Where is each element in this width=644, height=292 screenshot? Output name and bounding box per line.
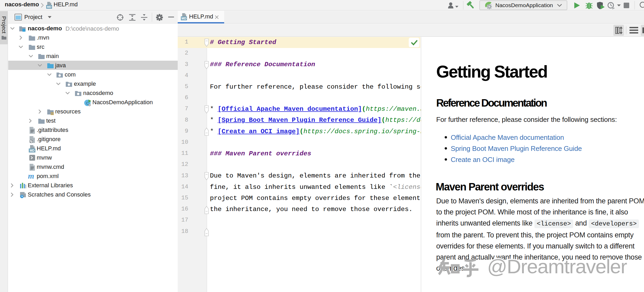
svg-text:MD: MD	[30, 149, 35, 152]
svg-text:C: C	[86, 101, 89, 106]
svg-text:MD: MD	[181, 17, 186, 20]
svg-text:MD: MD	[47, 5, 51, 8]
